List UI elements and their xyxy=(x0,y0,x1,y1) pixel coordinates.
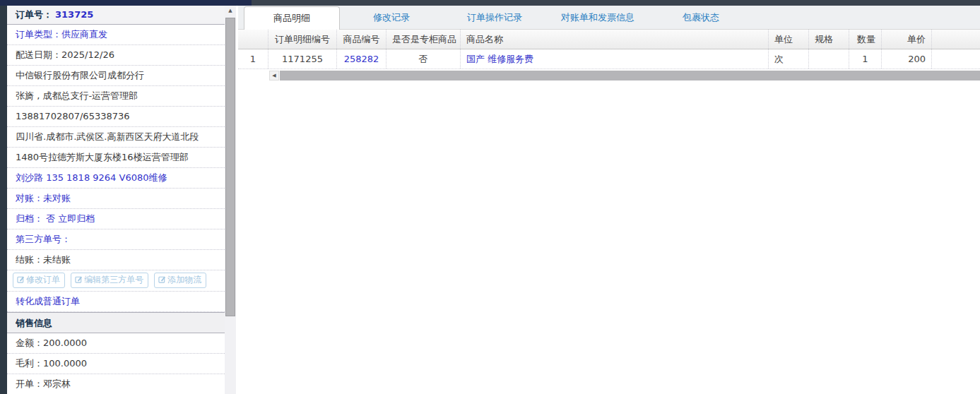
sidebar-scrollbar: ▲ xyxy=(225,6,236,394)
cell-detail-no: 1171255 xyxy=(268,49,337,68)
sidebar-row-reconciliation[interactable]: 对账：未对账 xyxy=(7,189,225,209)
order-number-label: 订单号： xyxy=(16,9,52,20)
sidebar-row-settlement: 结账：未结账 xyxy=(7,250,225,270)
cell-product-name-link[interactable]: 国产 维修服务费 xyxy=(461,49,769,68)
table-horizontal-scrollbar: ◀ xyxy=(238,71,980,80)
col-header-product-name: 商品名称 xyxy=(461,30,769,49)
sidebar-button-row: 修改订单 编辑第三方单号 添加物流 xyxy=(7,270,225,292)
tab-order-operation-log[interactable]: 订单操作记录 xyxy=(443,6,546,29)
cell-unit-price: 200 xyxy=(882,49,932,68)
tab-bar: 商品明细 修改记录 订单操作记录 对账单和发票信息 包裹状态 xyxy=(238,6,980,30)
cell-counter-flag: 否 xyxy=(386,49,461,68)
col-header-unit-price: 单价 xyxy=(882,30,932,49)
sidebar-row-third-party-no[interactable]: 第三方单号： xyxy=(7,229,225,250)
convert-to-normal-order-link[interactable]: 转化成普通订单 xyxy=(7,292,225,312)
hscroll-spacer xyxy=(238,71,269,80)
col-header-spec: 规格 xyxy=(809,30,849,49)
edit-icon xyxy=(17,275,25,283)
top-bar xyxy=(0,0,980,6)
col-header-quantity: 数量 xyxy=(849,30,882,49)
sidebar-row-amount: 金额：200.0000 xyxy=(7,333,225,354)
sidebar-scrollbar-thumb[interactable] xyxy=(225,18,235,316)
col-header-detail-no: 订单明细编号 xyxy=(268,30,337,49)
tab-modification-log[interactable]: 修改记录 xyxy=(340,6,443,29)
scroll-up-arrow-icon[interactable]: ▲ xyxy=(225,6,236,17)
col-header-product-no: 商品编号 xyxy=(337,30,386,49)
cell-row-number: 1 xyxy=(238,49,268,68)
scroll-left-arrow-icon[interactable]: ◀ xyxy=(269,71,279,80)
sidebar-row-delivery-date: 配送日期：2025/12/26 xyxy=(7,45,225,66)
edit-third-party-no-button[interactable]: 编辑第三方单号 xyxy=(71,273,148,288)
sidebar-row-address-line1: 四川省.成都市.武侯区.高新西区天府大道北段 xyxy=(7,127,225,148)
add-logistics-button[interactable]: 添加物流 xyxy=(154,273,206,288)
edit-icon xyxy=(158,275,166,283)
col-header-blank xyxy=(932,30,980,49)
table-row: 1 1171255 258282 否 国产 维修服务费 次 1 200 xyxy=(238,49,980,69)
sidebar-row-profit: 毛利：100.0000 xyxy=(7,354,225,374)
sidebar-row-biller: 开单：邓宗林 xyxy=(7,374,225,394)
cell-quantity: 1 xyxy=(849,49,882,68)
tab-package-status[interactable]: 包裹状态 xyxy=(649,6,752,29)
col-header-counter-flag: 是否是专柜商品 xyxy=(386,30,461,49)
tab-statement-invoice[interactable]: 对账单和发票信息 xyxy=(546,6,649,29)
table-header-row: 订单明细编号 商品编号 是否是专柜商品 商品名称 单位 规格 数量 单价 xyxy=(238,30,980,49)
edit-icon xyxy=(75,275,83,283)
cell-spec xyxy=(809,49,849,68)
tab-product-details[interactable]: 商品明细 xyxy=(244,6,340,30)
edit-order-button[interactable]: 修改订单 xyxy=(13,273,65,288)
edit-third-party-no-button-label: 编辑第三方单号 xyxy=(84,275,143,285)
cell-blank xyxy=(932,49,980,68)
table-horizontal-scrollbar-thumb[interactable] xyxy=(280,71,980,80)
sidebar-row-customer-name: 中信银行股份有限公司成都分行 xyxy=(7,66,225,86)
order-info-sidebar: 订单号：313725 订单类型：供应商直发 配送日期：2025/12/26 中信… xyxy=(7,6,225,394)
main-content: 商品明细 修改记录 订单操作记录 对账单和发票信息 包裹状态 订单明细编号 商品… xyxy=(238,6,980,394)
edit-order-button-label: 修改订单 xyxy=(26,275,60,285)
add-logistics-button-label: 添加物流 xyxy=(167,275,201,285)
sales-info-section-header: 销售信息 xyxy=(7,312,225,333)
sidebar-row-contact-person: 张旖 , 成都总支行-运营管理部 xyxy=(7,86,225,107)
order-number-header: 订单号：313725 xyxy=(7,6,225,25)
sidebar-row-address-line2: 1480号拉德芳斯大厦东楼16楼运营管理部 xyxy=(7,148,225,168)
sidebar-row-phone: 13881702807/65338736 xyxy=(7,107,225,127)
sidebar-row-order-type[interactable]: 订单类型：供应商直发 xyxy=(7,25,225,45)
left-edge-panel xyxy=(0,6,7,394)
sidebar-row-archive[interactable]: 归档： 否 立即归档 xyxy=(7,209,225,229)
cell-unit: 次 xyxy=(769,49,809,68)
col-header-unit: 单位 xyxy=(769,30,809,49)
order-number-value: 313725 xyxy=(55,9,93,20)
cell-product-no-link[interactable]: 258282 xyxy=(337,49,386,68)
col-header-row-number xyxy=(238,30,268,49)
sidebar-row-courier-link[interactable]: 刘沙路 135 1818 9264 V6080维修 xyxy=(7,168,225,189)
top-bar-left-segment xyxy=(0,0,252,6)
